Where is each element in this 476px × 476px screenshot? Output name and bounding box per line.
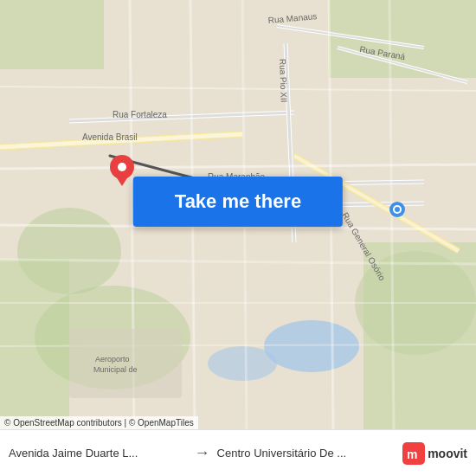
svg-text:Aeroporto: Aeroporto [95,355,130,363]
svg-text:Avenida Brasil: Avenida Brasil [82,132,138,142]
origin-dot [389,202,405,221]
map-area: Rua Manaus Rua Paraná Rua Fortaleza Aven… [0,0,476,429]
osm-attribution: © OpenStreetMap contributors | © OpenMap… [0,416,198,429]
footer-bar: Avenida Jaime Duarte L... → Centro Unive… [0,429,476,476]
svg-text:Municipal de: Municipal de [93,365,138,374]
svg-point-8 [264,320,359,372]
attribution-text: © OpenStreetMap contributors | © OpenMap… [4,418,194,428]
destination-pin [110,155,134,190]
moovit-logo: m moovit [402,442,467,465]
svg-text:Rua Fortaleza: Rua Fortaleza [113,110,167,119]
from-location-label: Avenida Jaime Duarte L... [9,447,188,460]
moovit-logo-text: moovit [428,447,467,460]
svg-marker-49 [114,174,130,186]
moovit-logo-icon: m [402,442,425,465]
svg-rect-37 [69,329,182,398]
to-location-label: Centro Universitário De ... [217,447,396,460]
arrow-icon: → [195,444,210,462]
svg-point-50 [118,163,126,171]
svg-text:m: m [407,447,417,461]
app-container: Rua Manaus Rua Paraná Rua Fortaleza Aven… [0,0,476,476]
svg-text:Rua Pio XII: Rua Pio XII [278,59,289,103]
svg-point-9 [208,346,277,381]
svg-rect-1 [0,0,104,69]
svg-point-5 [17,208,121,294]
take-me-there-button[interactable]: Take me there [133,177,343,227]
svg-point-53 [395,207,400,212]
